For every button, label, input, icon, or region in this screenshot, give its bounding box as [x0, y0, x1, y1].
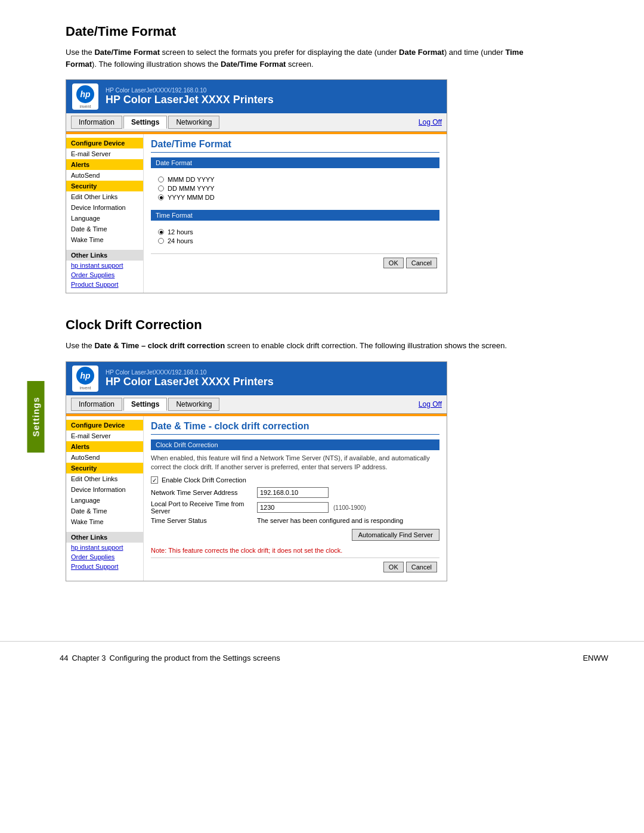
footer-chapter-desc: Configuring the product from the Setting…: [110, 654, 280, 662]
time-server-status-label: Time Server Status: [151, 517, 252, 524]
radio-dd-mmm-yyyy: DD MMM YYYY: [158, 185, 432, 192]
hp-logo-circle-2: hp: [76, 367, 94, 385]
clock-drift-note: Note: This feature corrects the clock dr…: [151, 547, 439, 554]
sidebar-wake-time-1[interactable]: Wake Time: [66, 234, 143, 245]
radio-mmm-dd-yyyy-input[interactable]: [158, 176, 164, 182]
hp-logo-circle-1: hp: [76, 85, 94, 103]
footer-left: 44 Chapter 3 Configuring the product fro…: [60, 654, 280, 662]
clock-drift-bar: Clock Drift Correction: [151, 439, 439, 450]
printer-body-1: Configure Device E-mail Server Alerts Au…: [66, 134, 447, 293]
sidebar-wake-time-2[interactable]: Wake Time: [66, 516, 143, 527]
tab-networking-1[interactable]: Networking: [168, 116, 219, 129]
cancel-button-1[interactable]: Cancel: [406, 258, 437, 268]
local-port-row: Local Port to Receive Time from Server (…: [151, 500, 439, 515]
side-tab: Settings: [27, 381, 45, 453]
logoff-2[interactable]: Log Off: [419, 400, 442, 408]
sidebar-edit-other-links-2[interactable]: Edit Other Links: [66, 473, 143, 484]
sidebar-language-1[interactable]: Language: [66, 213, 143, 224]
section2-desc: Use the Date & Time – clock drift correc…: [66, 340, 555, 352]
radio-dd-mmm-yyyy-input[interactable]: [158, 185, 164, 191]
sidebar-edit-other-links-1[interactable]: Edit Other Links: [66, 191, 143, 202]
sidebar-security-1[interactable]: Security: [66, 181, 143, 191]
sidebar-link-support-1[interactable]: Product Support: [66, 280, 143, 289]
sidebar-date-time-1[interactable]: Date & Time: [66, 224, 143, 234]
page-footer: 44 Chapter 3 Configuring the product fro…: [0, 641, 644, 674]
sidebar-device-info-1[interactable]: Device Information: [66, 202, 143, 213]
radio-yyyy-mmm-dd: YYYY MMM DD: [158, 194, 432, 201]
nts-address-label: Network Time Server Address: [151, 489, 252, 496]
bold-clock-drift: Date & Time – clock drift correction: [94, 341, 225, 350]
radio-12-hours: 12 hours: [158, 228, 432, 236]
radio-12-hours-input[interactable]: [158, 229, 164, 235]
hp-invent-1: invent: [80, 104, 91, 109]
sidebar-link-support-2[interactable]: Product Support: [66, 562, 143, 571]
sidebar-link-supplies-1[interactable]: Order Supplies: [66, 270, 143, 280]
printer-sidebar-2: Configure Device E-mail Server Alerts Au…: [66, 416, 144, 581]
sidebar-date-time-2[interactable]: Date & Time: [66, 506, 143, 516]
enable-clock-drift-row: ✓ Enable Clock Drift Correction: [151, 476, 439, 484]
radio-24-hours: 24 hours: [158, 237, 432, 244]
tab-settings-2[interactable]: Settings: [123, 398, 167, 411]
sidebar-link-supplies-2[interactable]: Order Supplies: [66, 552, 143, 562]
hp-invent-2: invent: [80, 386, 91, 390]
printer-url-1: HP Color LaserJetXXXX/192.168.0.10: [106, 87, 274, 94]
printer-ui-2: hp invent HP Color LaserJetXXXX/192.168.…: [66, 361, 447, 582]
ok-button-2[interactable]: OK: [383, 562, 404, 572]
sidebar-email-server-2[interactable]: E-mail Server: [66, 431, 143, 441]
main-title-2: Date & Time - clock drift correction: [151, 421, 439, 435]
radio-mmm-dd-yyyy: MMM DD YYYY: [158, 176, 432, 183]
footer-chapter: Chapter 3: [72, 654, 106, 662]
printer-url-2: HP Color LaserJetXXXX/192.168.0.10: [106, 369, 274, 376]
enable-clock-drift-checkbox[interactable]: ✓: [151, 476, 158, 484]
nts-address-input[interactable]: [257, 487, 329, 498]
ok-cancel-row-1: OK Cancel: [151, 253, 439, 272]
tab-information-1[interactable]: Information: [71, 116, 122, 129]
printer-nav-2: Information Settings Networking Log Off: [66, 395, 447, 414]
tab-networking-2[interactable]: Networking: [168, 398, 219, 411]
sidebar-autosend-2[interactable]: AutoSend: [66, 452, 143, 463]
sidebar-alerts-2[interactable]: Alerts: [66, 441, 143, 452]
local-port-input[interactable]: [257, 502, 329, 513]
local-port-label: Local Port to Receive Time from Server: [151, 500, 252, 515]
radio-24-hours-label: 24 hours: [168, 237, 193, 244]
radio-24-hours-input[interactable]: [158, 238, 164, 244]
printer-header-text-1: HP Color LaserJetXXXX/192.168.0.10 HP Co…: [106, 87, 274, 106]
section1-desc: Use the Date/Time Format screen to selec…: [66, 47, 555, 70]
sidebar-link-hp-1[interactable]: hp instant support: [66, 261, 143, 270]
sidebar-configure-device-1[interactable]: Configure Device: [66, 138, 143, 148]
radio-yyyy-mmm-dd-input[interactable]: [158, 194, 164, 200]
section1-title: Date/Time Format: [66, 24, 608, 39]
printer-main-2: Date & Time - clock drift correction Clo…: [144, 416, 447, 581]
enable-clock-drift-label: Enable Clock Drift Correction: [162, 476, 246, 484]
find-server-button[interactable]: Automatically Find Server: [352, 529, 439, 541]
clock-drift-desc: When enabled, this feature will find a N…: [151, 454, 439, 472]
main-title-1: Date/Time Format: [151, 139, 439, 153]
radio-mmm-dd-yyyy-label: MMM DD YYYY: [168, 176, 215, 183]
sidebar-device-info-2[interactable]: Device Information: [66, 484, 143, 495]
section2-title: Clock Drift Correction: [66, 317, 608, 333]
time-server-status-row: Time Server Status The server has been c…: [151, 517, 439, 524]
printer-main-1: Date/Time Format Date Format MMM DD YYYY…: [144, 134, 447, 293]
radio-yyyy-mmm-dd-label: YYYY MMM DD: [168, 194, 215, 201]
sidebar-alerts-1[interactable]: Alerts: [66, 159, 143, 170]
ok-button-1[interactable]: OK: [383, 258, 404, 268]
other-links-header-1: Other Links: [66, 250, 143, 261]
side-tab-label: Settings: [31, 397, 41, 436]
cancel-button-2[interactable]: Cancel: [406, 562, 437, 572]
date-format-bar: Date Format: [151, 157, 439, 168]
radio-12-hours-label: 12 hours: [168, 228, 193, 236]
logoff-1[interactable]: Log Off: [419, 118, 442, 126]
sidebar-security-2[interactable]: Security: [66, 463, 143, 473]
tab-information-2[interactable]: Information: [71, 398, 122, 411]
footer-locale: ENWW: [583, 654, 608, 662]
sidebar-configure-device-2[interactable]: Configure Device: [66, 420, 143, 431]
tab-settings-1[interactable]: Settings: [123, 116, 167, 129]
date-format-group: MMM DD YYYY DD MMM YYYY YYYY MMM DD: [151, 172, 439, 205]
sidebar-autosend-1[interactable]: AutoSend: [66, 170, 143, 181]
sidebar-link-hp-2[interactable]: hp instant support: [66, 543, 143, 552]
time-format-group: 12 hours 24 hours: [151, 224, 439, 249]
printer-title-1: HP Color LaserJet XXXX Printers: [106, 94, 274, 106]
sidebar-email-server-1[interactable]: E-mail Server: [66, 148, 143, 159]
sidebar-language-2[interactable]: Language: [66, 495, 143, 506]
bold1: Date/Time Format: [94, 48, 160, 57]
